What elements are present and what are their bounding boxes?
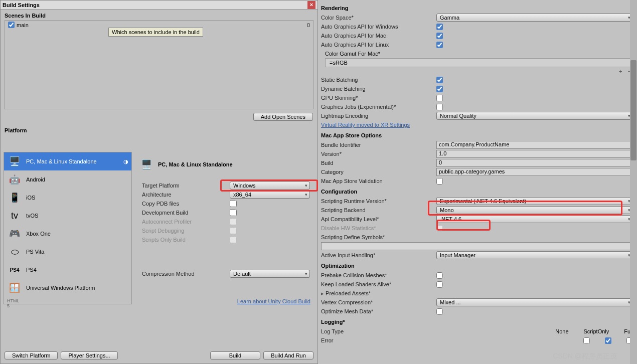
scrollbar-thumb[interactable]: [630, 60, 636, 160]
platform-item-psvita[interactable]: ⬭ PS Vita: [4, 243, 131, 261]
platform-label: Universal Windows Platform: [26, 285, 95, 291]
graphics-jobs-checkbox[interactable]: [436, 104, 443, 110]
build-settings-panel: 🖥️ PC, Mac & Linux Standalone Target Pla…: [135, 152, 317, 306]
platform-label: PC, Mac & Linux Standalone: [26, 158, 97, 164]
standalone-icon: 🖥️: [7, 154, 22, 169]
build-and-run-button[interactable]: Build And Run: [263, 351, 313, 359]
autoconnect-checkbox: [230, 218, 237, 225]
scene-name: main: [17, 22, 29, 28]
architecture-dropdown[interactable]: x86_64: [230, 191, 310, 199]
build-button[interactable]: Build: [210, 351, 260, 359]
watermark: CSDN @程序员正茂: [553, 352, 617, 361]
input-handling-dropdown[interactable]: Input Manager: [436, 251, 633, 259]
platform-item-xbox[interactable]: 🎮 Xbox One: [4, 225, 131, 243]
platform-item-ps4[interactable]: PS4 PS4: [4, 261, 131, 279]
player-settings-button[interactable]: Player Settings...: [61, 351, 117, 359]
runtime-version-dropdown[interactable]: Experimental (.NET 4.6 Equivalent): [436, 197, 633, 205]
prebake-checkbox[interactable]: [436, 272, 443, 279]
switch-platform-button[interactable]: Switch Platform: [5, 351, 58, 359]
compression-dropdown[interactable]: Default: [230, 270, 310, 278]
platform-label: Xbox One: [26, 231, 51, 237]
scrollbar[interactable]: [630, 0, 637, 364]
platform-list: 🖥️ PC, Mac & Linux Standalone ◑ 🤖 Androi…: [4, 152, 132, 304]
scenes-tooltip: Which scenes to include in the build: [108, 28, 203, 37]
auto-mac-checkbox[interactable]: [436, 33, 443, 39]
rendering-heading: Rendering: [321, 2, 633, 13]
target-platform-dropdown[interactable]: Windows: [230, 181, 310, 190]
xbox-icon: 🎮: [7, 226, 22, 241]
platform-label: PS Vita: [26, 249, 45, 255]
platform-label: tvOS: [26, 213, 38, 219]
platform-item-uwp[interactable]: 🪟 Universal Windows Platform: [4, 279, 131, 297]
settings-title: PC, Mac & Linux Standalone: [158, 161, 233, 167]
scenes-list: main 0 Which scenes to include in the bu…: [5, 20, 313, 109]
target-platform-row: Target Platform Windows: [138, 181, 314, 190]
static-batch-checkbox[interactable]: [436, 77, 443, 83]
platform-heading: Platform: [1, 124, 317, 135]
dev-build-checkbox[interactable]: [230, 209, 237, 216]
build-number-input[interactable]: 0: [436, 159, 633, 167]
android-icon: 🤖: [7, 172, 22, 187]
player-settings-panel: Rendering Color Space*Gamma Auto Graphic…: [318, 0, 637, 364]
optimize-mesh-checkbox[interactable]: [436, 308, 443, 315]
build-settings-window: Build Settings × Scenes In Build main 0 …: [0, 0, 318, 364]
auto-linux-checkbox[interactable]: [436, 42, 443, 48]
config-heading: Configuration: [321, 186, 633, 197]
uwp-icon: 🪟: [7, 280, 22, 295]
architecture-row: Architecture x86_64: [138, 190, 314, 199]
dynamic-batch-checkbox[interactable]: [436, 86, 443, 92]
html5-label: HTML5: [4, 297, 131, 310]
vr-xr-link[interactable]: Virtual Reality moved to XR Settings: [321, 122, 410, 128]
color-gamut-value[interactable]: sRGB: [333, 60, 347, 66]
shaders-checkbox[interactable]: [436, 281, 443, 288]
scripting-backend-dropdown[interactable]: Mono: [436, 206, 633, 214]
disable-hw-checkbox: [436, 225, 443, 232]
platform-label: Android: [26, 176, 45, 183]
auto-win-checkbox[interactable]: [436, 24, 443, 30]
logging-heading: Logging*: [321, 316, 633, 327]
settings-header: 🖥️ PC, Mac & Linux Standalone: [139, 157, 314, 172]
ios-icon: 📱: [7, 190, 22, 205]
macstore-heading: Mac App Store Options: [321, 129, 633, 140]
optimization-heading: Optimization: [321, 260, 633, 271]
preloaded-assets-foldout[interactable]: Preloaded Assets*: [321, 290, 436, 297]
platform-item-ios[interactable]: 📱 iOS: [4, 189, 131, 207]
add-open-scenes-button[interactable]: Add Open Scenes: [253, 113, 313, 121]
bundle-id-input[interactable]: com.Company.ProductName: [436, 141, 633, 149]
ps4-icon: PS4: [7, 262, 22, 277]
scripts-only-checkbox: [230, 236, 237, 243]
platform-item-standalone[interactable]: 🖥️ PC, Mac & Linux Standalone ◑: [4, 152, 131, 170]
window-title: Build Settings: [3, 2, 40, 8]
define-symbols-input[interactable]: [321, 242, 633, 250]
version-input[interactable]: 1.0: [436, 150, 633, 158]
bottom-buttons: Switch Platform Player Settings... Build…: [5, 351, 313, 359]
scene-index: 0: [307, 22, 310, 28]
scenes-heading: Scenes In Build: [1, 10, 317, 20]
log-error-scriptonly[interactable]: [605, 337, 611, 344]
mac-validation-checkbox[interactable]: [436, 178, 443, 185]
compression-row: Compression Method Default: [138, 269, 314, 278]
platform-label: iOS: [26, 195, 35, 201]
cloud-build-link[interactable]: Learn about Unity Cloud Build: [237, 298, 310, 304]
platform-label: PS4: [26, 267, 37, 273]
vertex-compression-dropdown[interactable]: Mixed ...: [436, 298, 633, 306]
platform-item-android[interactable]: 🤖 Android: [4, 170, 131, 189]
scene-checkbox[interactable]: [8, 22, 15, 28]
lower-area: 🖥️ PC, Mac & Linux Standalone ◑ 🤖 Androi…: [1, 152, 317, 306]
window-titlebar: Build Settings ×: [1, 1, 317, 10]
copy-pdb-checkbox[interactable]: [230, 200, 237, 207]
category-input[interactable]: public.app-category.games: [436, 168, 633, 176]
script-debug-checkbox: [230, 227, 237, 234]
lightmap-dropdown[interactable]: Normal Quality: [436, 112, 633, 120]
close-icon[interactable]: ×: [307, 1, 315, 9]
platform-item-tvos[interactable]: tv tvOS: [4, 207, 131, 225]
tvos-icon: tv: [7, 208, 22, 223]
unity-icon: ◑: [123, 158, 128, 165]
psvita-icon: ⬭: [7, 244, 22, 259]
color-space-dropdown[interactable]: Gamma: [436, 14, 633, 22]
api-level-dropdown[interactable]: .NET 4.6: [436, 215, 633, 223]
add-remove-buttons[interactable]: + −: [321, 67, 633, 75]
gpu-skin-checkbox[interactable]: [436, 95, 443, 101]
log-error-none[interactable]: [583, 337, 590, 344]
standalone-icon: 🖥️: [139, 157, 154, 172]
